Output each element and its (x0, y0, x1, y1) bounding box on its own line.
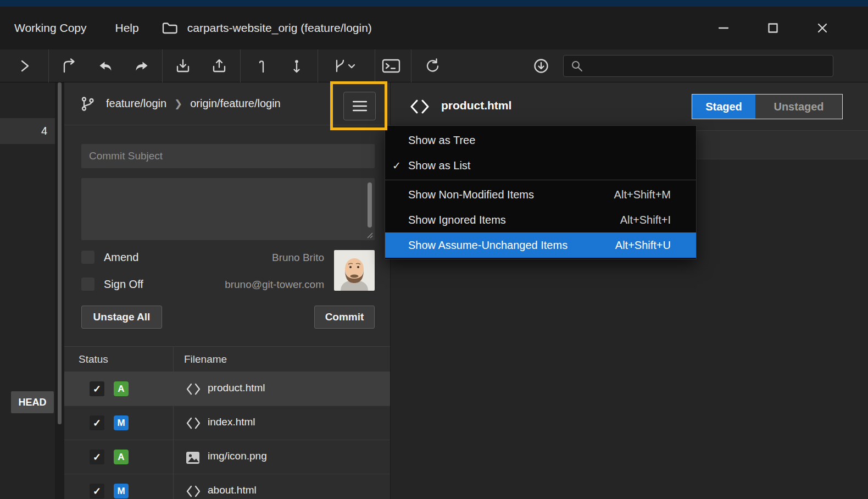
commit-message-input[interactable] (81, 178, 375, 240)
menu-item-show-non-modified[interactable]: Show Non-Modified Items Alt+Shift+M (385, 182, 696, 207)
push-icon[interactable] (204, 49, 235, 82)
branch-icon (80, 96, 96, 112)
menu-item-show-as-list[interactable]: ✓ Show as List (385, 153, 696, 178)
menu-working-copy[interactable]: Working Copy (9, 18, 92, 38)
toolbar-separator (411, 49, 411, 82)
tab-unstaged[interactable]: Unstaged (755, 95, 842, 119)
toolbar-separator (162, 49, 163, 82)
file-row-icon-png[interactable]: ✓ A img/icon.png (64, 440, 390, 474)
remote-branch-name[interactable]: origin/feature/login (190, 97, 281, 110)
menu-item-label: Show as Tree (408, 134, 475, 147)
window-title: carparts-website_orig (feature/login) (187, 21, 372, 35)
menu-shortcut: Alt+Shift+M (614, 188, 671, 201)
message-scrollbar-thumb[interactable] (368, 182, 372, 228)
commit-message-wrap (81, 178, 375, 240)
status-badge-added: A (114, 450, 129, 464)
stash-pop-icon[interactable] (281, 49, 312, 82)
checkout-icon[interactable] (53, 49, 84, 82)
image-file-icon (185, 451, 201, 465)
commit-button[interactable]: Commit (314, 306, 375, 329)
column-divider (173, 346, 174, 499)
toolbar-separator (375, 49, 375, 82)
file-row-about[interactable]: ✓ M about.html (64, 474, 390, 499)
stash-icon[interactable] (246, 49, 276, 82)
status-badge-added: A (114, 381, 129, 396)
author-avatar (334, 250, 375, 291)
file-name: about.html (208, 484, 257, 496)
toolbar-separator (318, 49, 318, 82)
terminal-icon[interactable] (376, 49, 407, 82)
sign-off-checkbox[interactable] (81, 278, 94, 291)
menu-shortcut: Alt+Shift+U (615, 239, 671, 252)
refresh-icon[interactable] (417, 49, 448, 82)
titlebar: Working Copy Help carparts-website_orig … (0, 7, 868, 49)
detail-header: product.html Staged Unstaged (391, 82, 868, 131)
column-header-status: Status (79, 353, 108, 365)
close-icon[interactable] (810, 15, 835, 41)
head-ref-badge: HEAD (11, 391, 54, 413)
checkmark-icon: ✓ (392, 159, 401, 172)
graph-scrollbar (55, 82, 64, 499)
working-copy-panel: feature/login ❯ origin/feature/login Ame… (64, 82, 390, 499)
tower-app-window: Working Copy Help carparts-website_orig … (0, 0, 868, 499)
toolbar (0, 49, 868, 82)
pull-icon[interactable] (168, 49, 198, 82)
compare-branches-icon[interactable] (324, 49, 363, 82)
file-name: index.html (208, 416, 255, 428)
fetch-icon[interactable] (526, 49, 557, 82)
staged-toggle: Staged Unstaged (692, 94, 843, 119)
file-name: product.html (208, 382, 265, 394)
file-name: img/icon.png (208, 450, 267, 462)
stage-checkbox[interactable]: ✓ (90, 484, 104, 498)
commit-count-row[interactable]: 4 (0, 118, 55, 144)
column-header-filename: Filename (184, 353, 227, 365)
status-badge-modified: M (114, 484, 129, 498)
menu-item-show-as-tree[interactable]: Show as Tree (385, 127, 696, 153)
stage-checkbox[interactable]: ✓ (90, 415, 104, 430)
amend-checkbox[interactable] (81, 251, 94, 264)
file-row-product[interactable]: ✓ A product.html (64, 372, 390, 406)
author-email: bruno@git-tower.com (159, 279, 324, 291)
window-accent-strip (0, 0, 868, 7)
local-branch-name[interactable]: feature/login (106, 97, 166, 110)
menu-help[interactable]: Help (110, 18, 144, 38)
stage-checkbox[interactable]: ✓ (90, 450, 104, 464)
undo-icon[interactable] (90, 49, 121, 82)
tab-staged[interactable]: Staged (692, 95, 755, 119)
code-file-icon (185, 382, 202, 396)
menu-separator (385, 180, 696, 180)
file-table-header: Status Filename (64, 346, 390, 372)
graph-scrollbar-thumb[interactable] (58, 82, 62, 424)
commit-subject-input[interactable] (81, 144, 375, 168)
code-file-icon (185, 485, 202, 498)
menu-item-label: Show Non-Modified Items (408, 188, 534, 201)
menu-shortcut: Alt+Shift+I (620, 214, 671, 226)
minimize-icon[interactable] (711, 15, 736, 41)
maximize-icon[interactable] (760, 15, 786, 41)
view-options-context-menu: Show as Tree ✓ Show as List Show Non-Mod… (385, 125, 697, 259)
commit-graph-rail: 4 HEAD (0, 82, 55, 499)
file-list: ✓ A product.html ✓ M index.html ✓ A (64, 372, 390, 499)
amend-label: Amend (104, 251, 138, 264)
menu-item-label: Show as List (408, 159, 470, 172)
menu-item-label: Show Assume-Unchanged Items (408, 239, 567, 252)
search-icon (570, 59, 583, 73)
menu-item-label: Show Ignored Items (408, 214, 506, 226)
menu-item-show-ignored[interactable]: Show Ignored Items Alt+Shift+I (385, 207, 696, 232)
unstage-all-button[interactable]: Unstage All (81, 306, 162, 329)
toolbar-separator (48, 49, 49, 82)
resize-handle[interactable] (365, 231, 373, 239)
expand-chevron-icon[interactable] (9, 49, 40, 82)
author-name: Bruno Brito (181, 252, 324, 264)
merge-icon[interactable] (126, 49, 157, 82)
menu-item-show-assume-unchanged[interactable]: Show Assume-Unchanged Items Alt+Shift+U (385, 232, 696, 258)
toolbar-separator (240, 49, 241, 82)
toolbar-search (563, 55, 833, 77)
stage-checkbox[interactable]: ✓ (90, 381, 104, 396)
sign-off-label: Sign Off (104, 278, 143, 291)
code-file-icon (409, 98, 431, 115)
file-row-index[interactable]: ✓ M index.html (64, 406, 390, 440)
detail-file-title: product.html (441, 99, 511, 112)
search-input[interactable] (583, 56, 833, 76)
code-file-icon (185, 417, 202, 430)
